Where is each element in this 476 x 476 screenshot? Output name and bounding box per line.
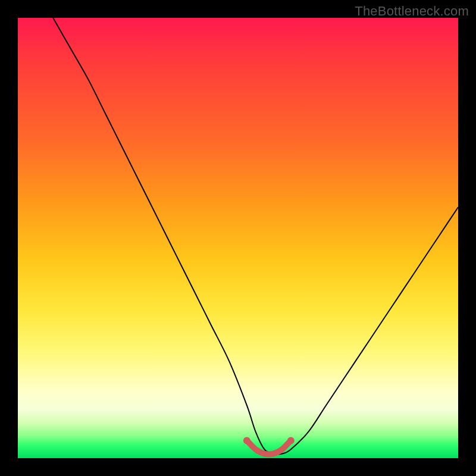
curve-svg	[18, 18, 458, 458]
chart-frame: TheBottleneck.com	[0, 0, 476, 476]
bottleneck-curve-path	[53, 18, 458, 455]
plot-area	[18, 18, 458, 458]
highlight-start-dot	[243, 437, 250, 444]
optimal-range-highlight-path	[247, 440, 291, 454]
highlight-end-dot	[287, 437, 295, 444]
watermark-text: TheBottleneck.com	[355, 4, 469, 19]
